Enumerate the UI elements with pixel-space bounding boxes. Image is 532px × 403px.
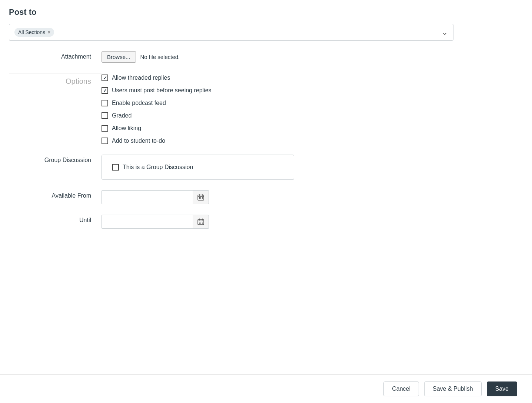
browse-row: Browse... No file selected. (102, 51, 523, 63)
attachment-content: Browse... No file selected. (102, 51, 523, 63)
checkbox-graded[interactable] (102, 112, 108, 119)
page-title: Post to (9, 7, 523, 17)
footer-bar: Cancel Save & Publish Save (0, 374, 532, 403)
save-button[interactable]: Save (487, 381, 517, 396)
svg-rect-15 (200, 222, 201, 222)
label-graded: Graded (112, 112, 132, 119)
svg-rect-19 (202, 223, 203, 224)
label-allow-liking: Allow liking (112, 125, 141, 132)
options-list: Allow threaded repliesUsers must post be… (102, 73, 523, 144)
option-item-enable-podcast-feed[interactable]: Enable podcast feed (102, 100, 523, 106)
svg-rect-9 (202, 198, 203, 199)
label-add-to-student-todo: Add to student to-do (112, 138, 165, 144)
post-to-section: All Sections × ⌄ (9, 24, 523, 41)
checkbox-users-must-post[interactable] (102, 87, 108, 94)
group-discussion-label: Group Discussion (9, 155, 102, 163)
label-enable-podcast-feed: Enable podcast feed (112, 100, 166, 106)
available-from-calendar-button[interactable] (193, 190, 209, 204)
no-file-text: No file selected. (140, 54, 180, 60)
until-calendar-button[interactable] (193, 215, 209, 229)
option-item-allow-threaded-replies[interactable]: Allow threaded replies (102, 75, 523, 81)
attachment-row: Attachment Browse... No file selected. (9, 51, 523, 63)
group-discussion-item[interactable]: This is a Group Discussion (112, 164, 283, 171)
group-discussion-box: This is a Group Discussion (102, 155, 294, 180)
svg-rect-8 (200, 198, 201, 199)
available-from-content (102, 190, 523, 204)
option-item-graded[interactable]: Graded (102, 112, 523, 119)
group-discussion-checkbox-label: This is a Group Discussion (123, 164, 193, 171)
save-publish-button[interactable]: Save & Publish (424, 381, 482, 396)
label-users-must-post: Users must post before seeing replies (112, 87, 212, 94)
group-discussion-content: This is a Group Discussion (102, 155, 523, 180)
option-item-allow-liking[interactable]: Allow liking (102, 125, 523, 132)
checkbox-allow-threaded-replies[interactable] (102, 75, 108, 81)
available-from-input[interactable] (102, 190, 193, 204)
options-label: Options (9, 73, 102, 86)
checkbox-allow-liking[interactable] (102, 125, 108, 132)
option-item-add-to-student-todo[interactable]: Add to student to-do (102, 138, 523, 144)
available-from-label: Available From (9, 190, 102, 199)
tag-label: All Sections (18, 29, 45, 35)
svg-rect-18 (200, 223, 201, 224)
cancel-button[interactable]: Cancel (383, 381, 419, 396)
sections-dropdown-left: All Sections × (14, 28, 54, 37)
checkbox-enable-podcast-feed[interactable] (102, 100, 108, 106)
browse-button[interactable]: Browse... (102, 51, 136, 63)
options-content: Allow threaded repliesUsers must post be… (102, 73, 523, 144)
svg-rect-6 (202, 197, 203, 198)
until-row: Until (9, 215, 523, 229)
available-from-input-row (102, 190, 209, 204)
tag-close-icon[interactable]: × (47, 30, 50, 35)
svg-rect-5 (200, 197, 201, 198)
calendar-icon (197, 194, 204, 201)
group-discussion-row: Group Discussion This is a Group Discuss… (9, 155, 523, 180)
svg-rect-14 (199, 222, 200, 222)
options-row: Options Allow threaded repliesUsers must… (9, 73, 523, 144)
option-item-users-must-post[interactable]: Users must post before seeing replies (102, 87, 523, 94)
until-label: Until (9, 215, 102, 224)
calendar-icon-2 (197, 218, 204, 225)
group-discussion-checkbox[interactable] (112, 164, 119, 171)
all-sections-tag: All Sections × (14, 28, 54, 37)
attachment-label: Attachment (9, 51, 102, 60)
until-input-row (102, 215, 209, 229)
chevron-down-icon[interactable]: ⌄ (442, 28, 448, 37)
until-content (102, 215, 523, 229)
until-input[interactable] (102, 215, 193, 229)
svg-rect-17 (199, 223, 200, 224)
svg-rect-16 (202, 222, 203, 222)
svg-rect-4 (199, 197, 200, 198)
svg-rect-7 (199, 198, 200, 199)
checkbox-add-to-student-todo[interactable] (102, 138, 108, 144)
available-from-row: Available From (9, 190, 523, 204)
label-allow-threaded-replies: Allow threaded replies (112, 75, 170, 81)
sections-dropdown[interactable]: All Sections × ⌄ (9, 24, 453, 41)
